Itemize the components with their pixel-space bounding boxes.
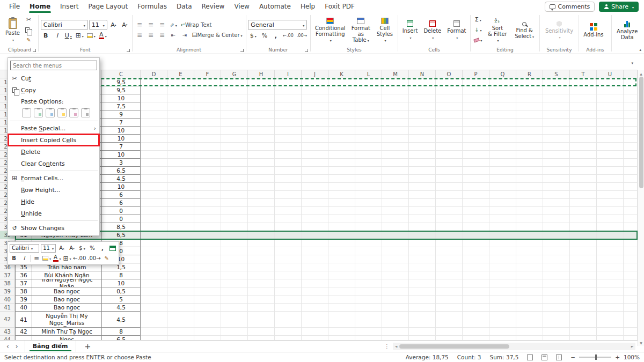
cell-N20[interactable] bbox=[409, 135, 436, 143]
cell-C27[interactable]: 6 bbox=[102, 191, 141, 199]
cell-D35[interactable] bbox=[141, 255, 167, 263]
cell-partial-21[interactable] bbox=[624, 143, 638, 151]
cell-Q19[interactable] bbox=[489, 127, 516, 135]
merge-center-button[interactable]: Merge & Center bbox=[191, 31, 244, 40]
cell-N19[interactable] bbox=[409, 127, 436, 135]
cell-L43[interactable] bbox=[355, 328, 382, 336]
cell-D14[interactable] bbox=[141, 86, 167, 94]
cell-O37[interactable] bbox=[436, 271, 463, 279]
cell-G34[interactable] bbox=[221, 247, 248, 255]
cell-P44[interactable] bbox=[463, 336, 489, 340]
cell-N13[interactable] bbox=[409, 78, 436, 86]
cell-C16[interactable]: 7,5 bbox=[102, 102, 141, 110]
cell-D39[interactable] bbox=[141, 287, 167, 295]
cell-D38[interactable] bbox=[141, 279, 167, 287]
cell-O43[interactable] bbox=[436, 328, 463, 336]
cell-M37[interactable] bbox=[382, 271, 409, 279]
cell-F28[interactable] bbox=[194, 199, 221, 207]
cell-T30[interactable] bbox=[570, 215, 597, 223]
cell-L15[interactable] bbox=[355, 94, 382, 102]
cell-K15[interactable] bbox=[328, 94, 355, 102]
cell-P25[interactable] bbox=[463, 175, 489, 183]
scroll-up-icon[interactable] bbox=[640, 70, 642, 77]
cell-L13[interactable] bbox=[355, 78, 382, 86]
wrap-text-button[interactable]: Wrap Text bbox=[180, 20, 213, 29]
cell-L18[interactable] bbox=[355, 119, 382, 127]
cell-T27[interactable] bbox=[570, 191, 597, 199]
cell-S16[interactable] bbox=[543, 102, 570, 110]
cell-D41[interactable] bbox=[141, 304, 167, 312]
delete-cells-button[interactable]: Delete bbox=[421, 19, 443, 41]
find-select-button[interactable]: Find & Select bbox=[512, 20, 537, 40]
align-middle-button[interactable] bbox=[146, 20, 156, 29]
cell-D40[interactable] bbox=[141, 295, 167, 304]
cell-R33[interactable] bbox=[516, 239, 543, 247]
italic-button[interactable]: I bbox=[52, 31, 62, 40]
cell-K19[interactable] bbox=[328, 127, 355, 135]
paste-values-icon[interactable] bbox=[34, 108, 43, 117]
cell-P19[interactable] bbox=[463, 127, 489, 135]
cell-O41[interactable] bbox=[436, 304, 463, 312]
row-header-41[interactable]: 41 bbox=[0, 304, 15, 312]
cell-S42[interactable] bbox=[543, 312, 570, 328]
cell-U15[interactable] bbox=[597, 94, 624, 102]
cell-N43[interactable] bbox=[409, 328, 436, 336]
cell-K39[interactable] bbox=[328, 287, 355, 295]
expand-formula-bar-icon[interactable] bbox=[631, 58, 638, 66]
cell-S20[interactable] bbox=[543, 135, 570, 143]
next-sheet-button[interactable]: › bbox=[16, 343, 18, 350]
cell-B44[interactable]: Ngoc bbox=[32, 336, 102, 340]
cell-H30[interactable] bbox=[248, 215, 275, 223]
cell-D34[interactable] bbox=[141, 247, 167, 255]
cell-K43[interactable] bbox=[328, 328, 355, 336]
menu-item-paste-special[interactable]: Paste Special... › bbox=[8, 122, 99, 134]
cell-S18[interactable] bbox=[543, 119, 570, 127]
cell-S29[interactable] bbox=[543, 207, 570, 215]
cell-D13[interactable] bbox=[141, 78, 167, 86]
cell-N39[interactable] bbox=[409, 287, 436, 295]
cell-L25[interactable] bbox=[355, 175, 382, 183]
align-top-button[interactable] bbox=[135, 20, 145, 29]
cell-M22[interactable] bbox=[382, 151, 409, 159]
cell-C41[interactable]: 4,5 bbox=[102, 304, 141, 312]
cell-L31[interactable] bbox=[355, 223, 382, 231]
comma-style-button[interactable]: , bbox=[270, 31, 281, 40]
cell-R26[interactable] bbox=[516, 183, 543, 191]
cell-D25[interactable] bbox=[141, 175, 167, 183]
cell-L35[interactable] bbox=[355, 255, 382, 263]
cell-T25[interactable] bbox=[570, 175, 597, 183]
mini-italic-button[interactable]: I bbox=[20, 254, 28, 263]
cell-F21[interactable] bbox=[194, 143, 221, 151]
paste-transpose-icon[interactable] bbox=[57, 108, 67, 117]
cell-E14[interactable] bbox=[167, 86, 194, 94]
cell-O42[interactable] bbox=[436, 312, 463, 328]
cell-Q24[interactable] bbox=[489, 167, 516, 175]
cell-M13[interactable] bbox=[382, 78, 409, 86]
cell-E44[interactable] bbox=[167, 336, 194, 340]
cell-partial-19[interactable] bbox=[624, 127, 638, 135]
cell-K18[interactable] bbox=[328, 119, 355, 127]
cell-G20[interactable] bbox=[221, 135, 248, 143]
cell-T24[interactable] bbox=[570, 167, 597, 175]
cell-C30[interactable]: 0 bbox=[102, 215, 141, 223]
cell-A41[interactable]: 40 bbox=[15, 304, 32, 312]
cell-G21[interactable] bbox=[221, 143, 248, 151]
cell-partial-16[interactable] bbox=[624, 102, 638, 110]
cell-N25[interactable] bbox=[409, 175, 436, 183]
cell-partial-18[interactable] bbox=[624, 119, 638, 127]
cell-O24[interactable] bbox=[436, 167, 463, 175]
mini-decrease-decimal-button[interactable]: .00→ bbox=[87, 254, 100, 263]
cell-D24[interactable] bbox=[141, 167, 167, 175]
cell-R32[interactable] bbox=[516, 231, 543, 239]
cell-T21[interactable] bbox=[570, 143, 597, 151]
cell-H44[interactable] bbox=[248, 336, 275, 340]
cell-U39[interactable] bbox=[597, 287, 624, 295]
cell-M43[interactable] bbox=[382, 328, 409, 336]
cell-C44[interactable]: 6,5 bbox=[102, 336, 141, 340]
cell-L34[interactable] bbox=[355, 247, 382, 255]
cell-S44[interactable] bbox=[543, 336, 570, 340]
cell-U26[interactable] bbox=[597, 183, 624, 191]
cell-G18[interactable] bbox=[221, 119, 248, 127]
cell-D37[interactable] bbox=[141, 271, 167, 279]
increase-decimal-button[interactable]: ←.00 bbox=[282, 31, 294, 40]
